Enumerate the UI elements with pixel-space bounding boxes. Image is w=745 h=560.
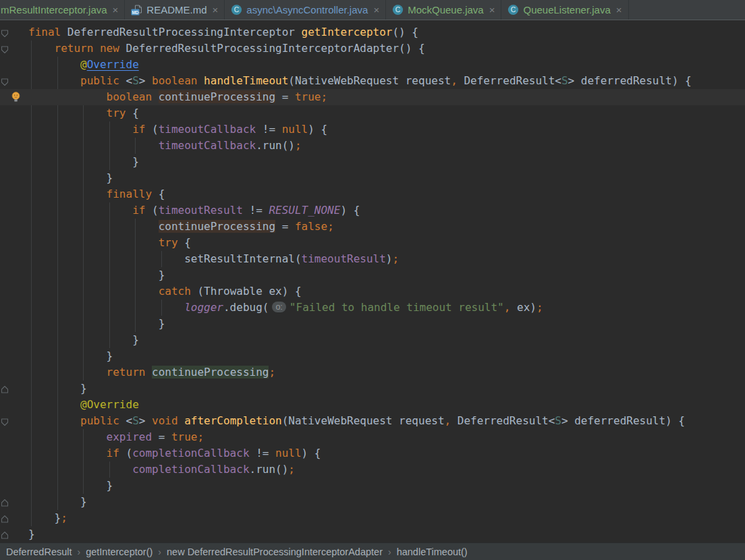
editor-gutter-cell — [0, 381, 28, 397]
fold-region-start-icon[interactable] — [1, 45, 9, 54]
code-token: ; — [327, 220, 334, 233]
editor-gutter-cell — [0, 300, 28, 316]
breadcrumb-item[interactable]: handleTimeout() — [397, 547, 468, 557]
tab-close-icon[interactable]: × — [489, 5, 495, 15]
tab-close-icon[interactable]: × — [373, 5, 379, 15]
fold-marker[interactable] — [1, 530, 9, 542]
code-line[interactable]: if (timeoutCallback != null) { — [0, 121, 745, 138]
intention-bulb-icon[interactable] — [11, 91, 21, 103]
code-token: } — [28, 382, 87, 395]
editor-tab[interactable]: MDREADME.md× — [125, 0, 225, 20]
code-line[interactable]: completionCallback.run(); — [0, 461, 745, 478]
code-line[interactable]: } — [0, 154, 745, 170]
parameter-name-hint: o: — [272, 302, 285, 312]
code-line-text: if (timeoutCallback != null) { — [28, 121, 745, 138]
code-token: return — [55, 42, 94, 55]
code-line-text: try { — [28, 105, 745, 121]
fold-marker[interactable] — [1, 77, 9, 89]
code-line-text: logger.debug(o:"Failed to handle timeout… — [28, 300, 745, 316]
code-line[interactable]: } — [0, 526, 745, 542]
code-line[interactable]: try { — [0, 105, 745, 121]
code-line[interactable]: } — [0, 316, 745, 332]
code-token — [28, 90, 107, 103]
code-line-text: boolean continueProcessing = true; — [28, 89, 745, 105]
code-token: continueProcessing — [159, 220, 275, 233]
code-line[interactable]: @Override — [0, 57, 745, 73]
fold-marker[interactable] — [1, 417, 9, 429]
code-line[interactable]: finally { — [0, 186, 745, 202]
code-token: ) { — [302, 447, 321, 459]
code-line[interactable]: } — [0, 348, 745, 364]
code-line[interactable]: public <S> void afterCompletion(NativeWe… — [0, 413, 745, 429]
code-token: Override — [87, 58, 139, 71]
fold-marker[interactable] — [1, 45, 9, 57]
editor-gutter-cell — [0, 283, 28, 300]
code-line[interactable]: timeoutCallback.run(); — [0, 138, 745, 154]
code-line[interactable]: } — [0, 381, 745, 397]
breadcrumb-item[interactable]: DeferredResult — [6, 547, 72, 557]
code-line[interactable]: } — [0, 494, 745, 510]
breadcrumb-item[interactable]: getInterceptor() — [86, 547, 153, 557]
code-line[interactable]: logger.debug(o:"Failed to handle timeout… — [0, 300, 745, 316]
code-line[interactable]: continueProcessing = false; — [0, 219, 745, 235]
code-line[interactable]: expired = true; — [0, 429, 745, 445]
editor-tab[interactable]: CQueueListener.java× — [501, 0, 628, 20]
code-line[interactable]: return new DeferredResultProcessingInter… — [0, 40, 745, 57]
fold-marker[interactable] — [1, 498, 9, 510]
code-token: ; — [295, 139, 302, 152]
code-line[interactable]: catch (Throwable ex) { — [0, 283, 745, 300]
code-line[interactable]: } — [0, 267, 745, 283]
fold-region-start-icon[interactable] — [1, 418, 9, 426]
editor-gutter-cell — [0, 332, 28, 348]
code-line[interactable]: } — [0, 332, 745, 348]
code-token: } — [28, 269, 165, 281]
fold-region-end-icon[interactable] — [1, 499, 9, 507]
code-token: timeoutResult — [159, 204, 243, 217]
code-line[interactable]: boolean continueProcessing = true; — [0, 89, 745, 105]
breadcrumb-item[interactable]: new DeferredResultProcessingInterceptorA… — [167, 547, 383, 557]
code-token: .debug( — [223, 301, 269, 314]
fold-marker[interactable] — [1, 514, 9, 526]
code-token: != — [250, 447, 276, 459]
fold-region-end-icon[interactable] — [1, 385, 9, 394]
code-line[interactable]: try { — [0, 235, 745, 251]
code-line-text: @Override — [28, 57, 745, 73]
code-line[interactable]: } — [0, 478, 745, 494]
code-line[interactable]: setResultInternal(timeoutResult); — [0, 251, 745, 267]
code-line[interactable]: final DeferredResultProcessingIntercepto… — [0, 24, 745, 40]
editor-gutter-cell — [0, 235, 28, 251]
fold-marker[interactable] — [1, 385, 9, 397]
code-line[interactable]: public <S> boolean handleTimeout(NativeW… — [0, 73, 745, 89]
code-token: S — [555, 414, 561, 427]
code-token: false — [295, 220, 327, 233]
code-line[interactable]: } — [0, 170, 745, 186]
code-token: "Failed to handle timeout result" — [289, 301, 504, 314]
code-token: } — [28, 495, 87, 508]
breadcrumb-bar: DeferredResult›getInterceptor()›new Defe… — [0, 542, 745, 560]
fold-region-end-icon[interactable] — [1, 531, 9, 540]
code-line[interactable]: return continueProcessing; — [0, 364, 745, 381]
code-token: continueProcessing — [152, 366, 269, 379]
tab-close-icon[interactable]: × — [113, 5, 119, 15]
code-line[interactable]: }; — [0, 510, 745, 526]
code-line-text: catch (Throwable ex) { — [28, 283, 745, 300]
code-line-text: if (timeoutResult != RESULT_NONE) { — [28, 202, 745, 219]
code-line[interactable]: if (timeoutResult != RESULT_NONE) { — [0, 202, 745, 219]
fold-region-start-icon[interactable] — [1, 29, 9, 38]
editor-tab[interactable]: CMockQueue.java× — [386, 0, 501, 20]
code-token: { — [152, 188, 165, 200]
code-token: ) — [386, 252, 393, 265]
editor-tab[interactable]: mResultInterceptor.java× — [0, 0, 125, 20]
code-token — [178, 414, 185, 427]
tab-close-icon[interactable]: × — [616, 5, 622, 15]
code-line[interactable]: if (completionCallback != null) { — [0, 445, 745, 461]
tab-close-icon[interactable]: × — [213, 5, 219, 15]
code-token: ( — [119, 447, 132, 459]
editor-tab[interactable]: Casync\AsyncController.java× — [225, 0, 386, 20]
code-line[interactable]: @Override — [0, 397, 745, 413]
fold-region-end-icon[interactable] — [1, 515, 9, 524]
fold-region-start-icon[interactable] — [1, 78, 9, 86]
intention-bulb[interactable] — [11, 91, 21, 106]
code-editor[interactable]: final DeferredResultProcessingIntercepto… — [0, 20, 745, 542]
fold-marker[interactable] — [1, 28, 9, 40]
